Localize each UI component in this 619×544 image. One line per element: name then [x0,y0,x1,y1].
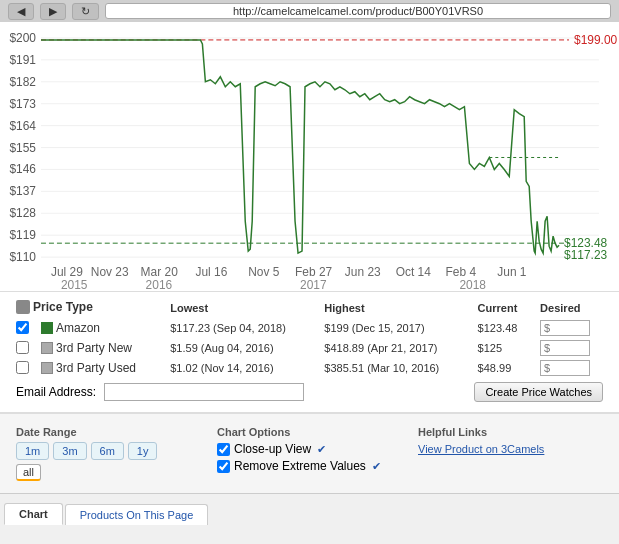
svg-text:2015: 2015 [61,278,88,291]
highest-header: Highest [318,298,471,318]
price-type-header: Price Type [10,298,164,318]
svg-text:Jul 29: Jul 29 [51,265,83,279]
svg-text:Nov 23: Nov 23 [91,265,129,279]
tab-bar: ChartProducts On This Page [0,493,619,525]
row-desired [534,358,609,378]
row-lowest: $117.23 (Sep 04, 2018) [164,318,318,338]
checkmark-icon-1: ✔ [372,460,381,473]
row-highest: $199 (Dec 15, 2017) [318,318,471,338]
forward-button[interactable]: ▶ [40,3,66,20]
svg-text:Nov 5: Nov 5 [248,265,280,279]
svg-text:2017: 2017 [300,278,327,291]
svg-text:Jun 1: Jun 1 [497,265,527,279]
url-bar[interactable]: http://camelcamelcamel.com/product/B00Y0… [105,3,611,19]
date-btn-all[interactable]: all [16,464,41,481]
chart-option-label-0: Close-up View [234,442,311,456]
svg-text:Feb 27: Feb 27 [295,265,333,279]
chart-options-list: Close-up View ✔ Remove Extreme Values ✔ [217,442,402,473]
row-desired [534,338,609,358]
chart-option-checkbox-1[interactable] [217,460,230,473]
color-indicator [41,362,53,374]
svg-text:$191: $191 [9,53,36,67]
helpful-links-section: Helpful Links View Product on 3Camels [410,422,611,485]
row-current: $48.99 [472,358,535,378]
refresh-button[interactable]: ↻ [72,3,99,20]
tab-chart[interactable]: Chart [4,503,63,525]
date-range-title: Date Range [16,426,201,438]
desired-header: Desired [534,298,609,318]
browser-toolbar: ◀ ▶ ↻ http://camelcamelcamel.com/product… [0,0,619,22]
create-watch-button[interactable]: Create Price Watches [474,382,603,402]
row-highest: $385.51 (Mar 10, 2016) [318,358,471,378]
svg-text:Feb 4: Feb 4 [445,265,476,279]
back-button[interactable]: ◀ [8,3,34,20]
date-range-section: Date Range 1m3m6m1y all [8,422,209,485]
svg-text:2018: 2018 [459,278,486,291]
row-checkbox-cell[interactable] [10,338,35,358]
row-checkbox-2[interactable] [16,361,29,374]
chart-option-label-1: Remove Extreme Values [234,459,366,473]
chart-options-section: Chart Options Close-up View ✔ Remove Ext… [209,422,410,485]
date-btn-1m[interactable]: 1m [16,442,49,460]
svg-text:$137: $137 [9,184,36,198]
table-icon [16,300,30,314]
row-label-cell: Amazon [35,318,164,338]
main-container: $200 $191 $182 $173 $164 $155 $146 $137 … [0,22,619,525]
svg-text:Jul 16: Jul 16 [195,265,227,279]
svg-text:2016: 2016 [146,278,173,291]
price-chart: $200 $191 $182 $173 $164 $155 $146 $137 … [0,22,619,291]
price-table: Price Type Lowest Highest Current Desire… [10,298,609,378]
svg-text:$199.00: $199.00 [574,33,618,47]
svg-text:$117.23: $117.23 [564,248,608,262]
row-label: Amazon [56,321,100,335]
svg-text:$200: $200 [9,31,36,45]
row-current: $125 [472,338,535,358]
date-btn-1y[interactable]: 1y [128,442,158,460]
row-checkbox-cell[interactable] [10,318,35,338]
row-lowest: $1.59 (Aug 04, 2016) [164,338,318,358]
row-checkbox-0[interactable] [16,321,29,334]
row-checkbox-1[interactable] [16,341,29,354]
svg-text:$110: $110 [9,250,36,264]
svg-text:$146: $146 [9,162,36,176]
desired-input-1[interactable] [540,340,590,356]
svg-text:Mar 20: Mar 20 [141,265,179,279]
svg-text:Oct 14: Oct 14 [396,265,432,279]
row-label: 3rd Party New [56,341,132,355]
current-header: Current [472,298,535,318]
row-highest: $418.89 (Apr 21, 2017) [318,338,471,358]
row-label-cell: 3rd Party New [35,338,164,358]
desired-input-0[interactable] [540,320,590,336]
row-desired [534,318,609,338]
chart-option-checkbox-0[interactable] [217,443,230,456]
date-range-buttons: 1m3m6m1y [16,442,201,460]
svg-text:$155: $155 [9,141,36,155]
desired-input-2[interactable] [540,360,590,376]
email-label: Email Address: [16,385,96,399]
view-product-link[interactable]: View Product on 3Camels [418,443,544,455]
price-table-section: Price Type Lowest Highest Current Desire… [0,292,619,413]
table-row: Amazon $117.23 (Sep 04, 2018) $199 (Dec … [10,318,609,338]
row-label-cell: 3rd Party Used [35,358,164,378]
chart-option-row-0: Close-up View ✔ [217,442,402,456]
date-btn-6m[interactable]: 6m [91,442,124,460]
chart-option-row-1: Remove Extreme Values ✔ [217,459,402,473]
bottom-area: Date Range 1m3m6m1y all Chart Options Cl… [0,413,619,493]
row-checkbox-cell[interactable] [10,358,35,378]
svg-text:$173: $173 [9,97,36,111]
email-row: Email Address: Create Price Watches [10,378,609,406]
svg-text:$182: $182 [9,75,36,89]
date-btn-3m[interactable]: 3m [53,442,86,460]
svg-text:Jun 23: Jun 23 [345,265,381,279]
color-indicator [41,342,53,354]
chart-options-title: Chart Options [217,426,402,438]
tab-products-on-this-page[interactable]: Products On This Page [65,504,209,525]
row-lowest: $1.02 (Nov 14, 2016) [164,358,318,378]
svg-text:$119: $119 [9,228,36,242]
svg-text:$164: $164 [9,119,36,133]
email-input[interactable] [104,383,304,401]
table-row: 3rd Party Used $1.02 (Nov 14, 2016) $385… [10,358,609,378]
svg-text:$128: $128 [9,206,36,220]
lowest-header: Lowest [164,298,318,318]
checkmark-icon-0: ✔ [317,443,326,456]
